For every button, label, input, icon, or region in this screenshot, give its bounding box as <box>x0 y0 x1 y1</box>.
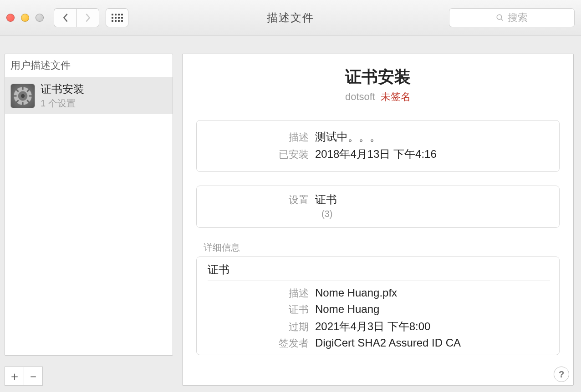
value-settings: 证书 <box>315 192 337 207</box>
back-button[interactable] <box>54 8 76 27</box>
remove-profile-button[interactable]: － <box>24 367 43 386</box>
add-profile-button[interactable]: ＋ <box>5 367 24 386</box>
summary-card: 描述 测试中。。。 已安装 2018年4月13日 下午4:16 <box>196 120 560 172</box>
cert-value-cert: Nome Huang <box>315 303 379 316</box>
search-placeholder: 搜索 <box>508 11 528 25</box>
sidebar: 用户描述文件 证书安装 <box>5 54 173 356</box>
sidebar-header: 用户描述文件 <box>5 54 173 77</box>
cert-value-expiry: 2021年4月3日 下午8:00 <box>315 319 430 334</box>
cert-label-expiry: 过期 <box>206 320 315 334</box>
label-settings: 设置 <box>206 193 315 207</box>
footer-controls: ＋ － <box>5 367 43 386</box>
main-panel: 证书安装 dotsoft 未签名 描述 测试中。。。 已安装 2018年4月13… <box>182 54 574 386</box>
details-header: 证书 <box>208 262 550 281</box>
cert-label-cert: 证书 <box>206 303 315 317</box>
profile-item-subtitle: 1 个设置 <box>41 97 84 110</box>
cert-value-desc: Nome Huang.pfx <box>315 286 397 299</box>
close-window-button[interactable] <box>6 14 15 22</box>
label-installed: 已安装 <box>206 148 315 161</box>
label-description: 描述 <box>206 131 315 144</box>
profile-item-texts: 证书安装 1 个设置 <box>41 82 84 110</box>
cert-value-issuer: DigiCert SHA2 Assured ID CA <box>315 337 461 349</box>
cert-label-desc: 描述 <box>206 286 315 300</box>
traffic-lights <box>6 14 44 22</box>
settings-card: 设置 证书 (3) <box>196 186 560 228</box>
svg-point-2 <box>21 94 25 97</box>
help-button[interactable]: ? <box>554 367 569 382</box>
chevron-left-icon <box>63 13 68 22</box>
profile-title: 证书安装 <box>196 66 560 88</box>
maximize-window-button[interactable] <box>36 14 44 22</box>
cert-label-issuer: 签发者 <box>206 337 315 350</box>
search-input[interactable]: 搜索 <box>449 8 575 27</box>
value-description: 测试中。。。 <box>315 130 381 144</box>
profile-subtitle: dotsoft 未签名 <box>196 90 560 104</box>
gear-icon <box>10 84 35 108</box>
signing-status: 未签名 <box>381 91 411 102</box>
window-title: 描述文件 <box>267 10 314 25</box>
profile-list-item[interactable]: 证书安装 1 个设置 <box>5 77 173 114</box>
minimize-window-button[interactable] <box>21 14 29 22</box>
nav-buttons <box>54 8 99 27</box>
value-installed: 2018年4月13日 下午4:16 <box>315 147 437 161</box>
details-section-label: 详细信息 <box>204 241 560 254</box>
profile-item-name: 证书安装 <box>41 82 84 96</box>
show-all-prefs-button[interactable] <box>106 8 128 27</box>
chevron-right-icon <box>85 13 91 22</box>
titlebar: 描述文件 搜索 <box>0 0 581 35</box>
settings-count: (3) <box>321 209 550 219</box>
grid-icon <box>112 14 123 22</box>
details-card: 证书 描述 Nome Huang.pfx 证书 Nome Huang 过期 20… <box>196 256 560 355</box>
profile-org: dotsoft <box>345 91 375 102</box>
forward-button[interactable] <box>76 8 99 27</box>
search-icon <box>496 14 504 22</box>
